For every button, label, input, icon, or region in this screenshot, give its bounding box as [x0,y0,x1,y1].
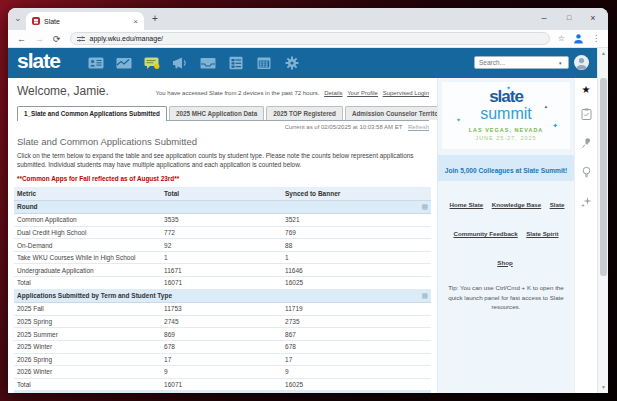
pushpin-icon[interactable] [581,137,592,149]
summit-banner-link[interactable]: Join 5,000 Colleagues at Slate Summit! [445,167,567,174]
tab-admission-counselor-territory[interactable]: Admission Counselor Territory Report [345,106,437,120]
table-row[interactable]: Take WKU Courses While in High School11 [14,252,431,265]
row-total: 772 [164,229,285,236]
scrollbar-thumb[interactable] [600,78,607,276]
calendar-icon[interactable] [256,56,272,70]
announcements-icon[interactable] [172,56,188,70]
row-total: 2745 [164,318,285,325]
sparkles-icon[interactable] [580,196,592,208]
contacts-icon[interactable] [88,56,104,70]
home-slate-link[interactable]: Home Slate [450,201,484,208]
slate-favicon-icon [32,17,40,25]
refresh-link[interactable]: Refresh [408,124,429,130]
forward-icon[interactable]: → [35,34,44,44]
tab-mhc-application-data[interactable]: 2025 MHC Application Data [169,106,264,120]
section-term-student-type[interactable]: Applications Submitted by Term and Stude… [14,290,431,304]
sparkle-icon: ✦ [552,122,558,130]
search-box[interactable]: ▾ [474,56,569,69]
table-row[interactable]: 2025 Summer869867 [14,328,431,341]
details-link[interactable]: Details [324,90,342,96]
your-profile-link[interactable]: Your Profile [347,90,378,96]
export-icon[interactable]: ▦ [421,203,428,211]
site-info-icon[interactable] [77,35,85,43]
window-close-button[interactable]: × [581,8,605,30]
reload-icon[interactable]: ⟳ [53,34,61,44]
search-caret-icon: ▾ [559,60,562,66]
browser-window: ⌄ Slate × + – □ × ← → ⟳ apply.wku.edu/ma… [8,8,608,393]
section-decisions[interactable]: Decisions ▦ [14,391,431,393]
table-row[interactable]: Undergraduate Application1167111646 [14,264,431,277]
sparkle-icon: ✦ [544,104,548,110]
export-icon[interactable]: ▦ [421,292,428,300]
row-synced: 9 [285,368,431,375]
url-text[interactable]: apply.wku.edu/manage/ [90,35,163,42]
browser-tab[interactable]: Slate × [26,12,144,30]
table-row[interactable]: 2025 Winter678678 [14,341,431,354]
profile-icon[interactable] [573,33,584,44]
user-avatar[interactable] [574,55,589,70]
table-row[interactable]: 2025 Fall1175311719 [14,303,431,316]
table-row[interactable]: On-Demand9288 [14,239,431,252]
tab-slate-common-apps[interactable]: 1_Slate and Common Applications Submitte… [17,106,167,121]
row-metric: 2025 Fall [14,305,164,312]
queries-icon[interactable] [228,56,244,70]
favorites-star-icon[interactable]: ★ [575,84,597,95]
tab-close-icon[interactable]: × [133,17,138,26]
window-maximize-button[interactable]: □ [557,8,581,30]
table-row[interactable]: Total1607116025 [14,277,431,290]
table-row[interactable]: Total1607116025 [14,379,431,392]
page-scrollbar[interactable]: ▲ ▼ [597,48,608,393]
window-minimize-button[interactable]: – [532,8,556,30]
messages-icon[interactable] [144,56,160,70]
section-name: Round [14,203,38,210]
sidebar-tip: Tip: You can use Ctrl/Cmd + K to open th… [448,283,564,311]
sparkle-icon: ✦ [456,116,461,123]
row-total: 16071 [164,381,285,388]
sidebar-links: Home Slate Knowledge Base Slate Communit… [438,188,574,274]
table-header-row: Metric Total Synced to Banner [14,187,431,201]
row-metric: On-Demand [14,242,164,249]
row-synced: 2735 [285,318,431,325]
tab-top-registered[interactable]: 2025 TOP Registered [266,106,343,120]
row-synced: 769 [285,229,431,236]
inbox-icon[interactable] [200,56,216,70]
table-row[interactable]: 2026 Spring1717 [14,354,431,367]
tab-search-icon[interactable]: ⌄ [14,13,22,23]
back-icon[interactable]: ← [17,34,26,44]
table-row[interactable]: 2025 Spring27452735 [14,316,431,329]
search-input[interactable] [475,59,559,66]
table-row[interactable]: Common Application35353521 [14,214,431,227]
settings-icon[interactable] [284,56,300,70]
current-as-of: Current as of 02/05/2025 at 10:03:58 AM … [8,124,429,130]
access-note: You have accessed Slate from 2 devices i… [109,90,429,96]
row-synced: 678 [285,343,431,350]
scroll-up-icon[interactable]: ▲ [599,50,608,56]
row-metric: 2026 Spring [14,356,164,363]
browser-menu-icon[interactable]: ⋮ [592,34,600,43]
clipboard-icon[interactable] [581,108,592,120]
row-total: 11671 [164,267,285,274]
report-description: Click on the term below to expand the ta… [17,151,427,170]
report-table: Metric Total Synced to Banner Round ▦ Co… [14,187,431,393]
knowledge-base-link[interactable]: Knowledge Base [492,201,542,208]
records-icon[interactable] [116,56,132,70]
new-tab-button[interactable]: + [152,13,158,24]
table-row[interactable]: Dual Credit High School772769 [14,227,431,240]
address-bar[interactable]: apply.wku.edu/manage/ [70,32,550,45]
section-round[interactable]: Round ▦ [14,201,431,215]
dashboard-tab-bar: 1_Slate and Common Applications Submitte… [17,105,429,121]
bookmark-star-icon[interactable]: ☆ [558,34,565,43]
summit-logo-summit: summit [442,106,570,122]
row-metric: Total [14,381,164,388]
table-row[interactable]: 2026 Winter99 [14,366,431,379]
current-as-of-text: Current as of 02/05/2025 at 10:03:58 AM … [285,124,403,130]
row-total: 16071 [164,279,285,286]
scroll-down-icon[interactable]: ▼ [599,384,608,390]
supervised-login-link[interactable]: Supervised Login [383,90,429,96]
summit-banner[interactable]: Join 5,000 Colleagues at Slate Summit! [438,155,574,181]
lightbulb-icon[interactable] [581,166,592,179]
row-synced: 11646 [285,267,431,274]
slate-logo[interactable]: slate [17,49,60,73]
row-synced: 17 [285,356,431,363]
main-content: Welcome, Jamie. You have accessed Slate … [8,78,437,393]
